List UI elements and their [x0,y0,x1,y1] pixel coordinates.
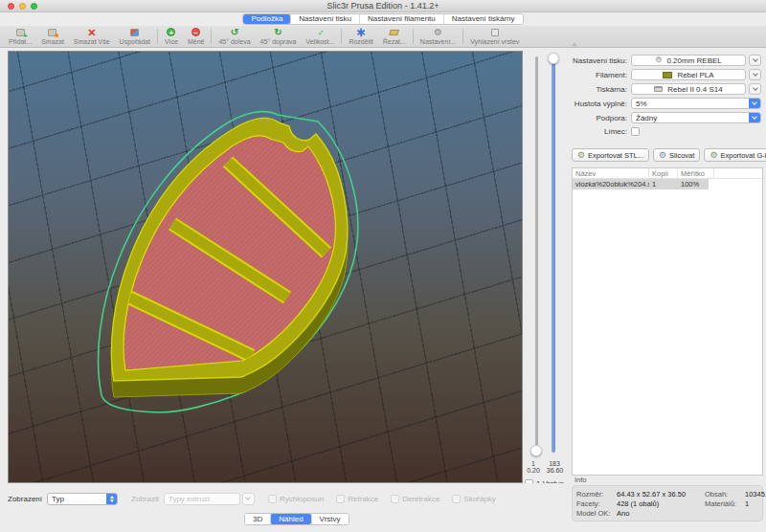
scale-button[interactable]: ↔ Velikost... [301,27,339,48]
filament-dropdown-button[interactable] [749,69,761,80]
rotate-left-icon: ↺ [231,28,238,37]
travel-checkbox[interactable] [268,495,277,503]
export-stl-icon: ⚙ [577,151,585,160]
table-row[interactable]: vlozka%20obluk%204.stl 1 100% [573,179,709,189]
unretractions-checkbox[interactable] [391,495,399,503]
facets-label: Facety: [576,499,617,508]
support-combo[interactable]: Žádný [631,112,761,123]
tab-nastaveni-tisku[interactable]: Nastavení tisku [290,14,359,24]
window-title: Slic3r Prusa Edition - 1.41.2+ [0,0,766,12]
volume-label: Obsah: [705,490,745,499]
shells-toggle[interactable]: Skořápky [452,495,495,503]
export-gcode-button[interactable]: ⚙ Exportovat G-kód... [704,148,766,162]
view-switcher: 3D Náhled Vrstvy [244,508,349,525]
model-preview[interactable] [9,52,523,483]
infill-dropdown-button[interactable] [749,98,760,109]
settings-sidebar: Nastavení tisku: ⚙ 0.20mm REBEL Filament… [567,48,766,532]
printer-icon [654,86,663,92]
plus-icon: + [167,28,175,36]
tab-nastaveni-filamentu[interactable]: Nastavení filamentu [359,14,443,24]
layer-slider-zone: 1183 0.2036.60 1 Vrstva [523,51,567,483]
tab-podlozka[interactable]: Podložka [243,14,290,24]
print-settings-field[interactable]: ⚙ 0.20mm REBEL [631,55,746,66]
retractions-toggle[interactable]: Retrakce [336,495,378,503]
size-label: Rozměr: [576,490,617,499]
print-settings-dropdown-button[interactable] [749,55,761,66]
size-value: 64.43 x 52.67 x 36.50 [617,490,705,499]
toolbar-separator [157,29,158,44]
layer-slider-min-thumb[interactable] [530,445,542,456]
app-window: Slic3r Prusa Edition - 1.41.2+ Podložka … [0,0,766,532]
brim-label: Límec: [572,127,631,136]
display-mode-select[interactable]: Typ [47,493,118,505]
infill-density-label: Hustota výplně: [572,100,631,108]
slice-icon: ⚙ [659,151,666,160]
layer-smoothing-toggle[interactable]: Vyhlazení vrstev [465,27,524,48]
layer-slider-max-thumb[interactable] [548,53,559,64]
layer-range-slider-track[interactable] [535,56,538,453]
3d-viewport[interactable] [8,51,523,483]
retractions-checkbox[interactable] [336,495,345,503]
layer-slider-track[interactable] [552,56,555,453]
shells-checkbox[interactable] [452,495,461,503]
add-object-icon [16,29,25,36]
slice-button[interactable]: ⚙ Slicovat [653,148,700,162]
z-min-value: 0.20 [523,467,544,474]
object-name-cell: vlozka%20obluk%204.stl [573,180,649,188]
minus-icon: − [192,28,200,36]
view-layers-button[interactable]: Vrstvy [311,514,349,524]
arrange-button[interactable]: Uspořádat [115,27,155,48]
toolbar-separator [413,29,414,44]
arrange-icon [130,29,139,36]
printer-dropdown-button[interactable] [749,83,761,95]
materials-label: Materiálů: [705,499,745,508]
model-ok-label: Model OK: [576,509,617,518]
filament-value: Rebel PLA [677,71,713,79]
titlebar: Slic3r Prusa Edition - 1.41.2+ [0,0,766,12]
support-dropdown-button[interactable] [749,112,760,123]
split-button[interactable]: ∗ Rozdělit [344,27,377,48]
toolbar-separator [462,29,463,44]
object-list-table[interactable]: Název Kopií Měřítko vlozka%20obluk%204.s… [572,167,763,476]
settings-button[interactable]: ⚙ Nastavení... [416,27,461,48]
gear-icon: ⚙ [655,55,662,65]
object-copies-cell: 1 [649,180,678,188]
fewer-copies-button[interactable]: − Méně [183,27,210,48]
object-table-header: Název Kopií Měřítko [573,168,762,179]
rotate-right-icon: ↻ [274,28,282,37]
display-label: Zobrazení [8,495,42,503]
delete-button[interactable]: Smazat [36,27,69,48]
cut-icon [389,30,399,35]
split-icon: ∗ [356,28,367,37]
toolbar: Přidat... Smazat ✕ Smazat Vše Uspořádat … [0,26,766,48]
gear-icon: ⚙ [434,28,442,37]
brim-checkbox[interactable] [631,127,640,136]
info-box: Rozměr: 64.43 x 52.67 x 36.50 Obsah: 103… [572,485,763,521]
rotate-left-button[interactable]: ↺ 45° doleva [214,27,255,48]
toolbar-separator [341,29,342,44]
add-button[interactable]: Přidat... [4,27,36,48]
rotate-right-button[interactable]: ↻ 45° doprava [256,27,302,48]
facets-value: 428 (1 obalů) [617,499,705,508]
infill-density-value: 5% [632,100,749,108]
export-stl-button[interactable]: ⚙ Exportovat STL... [572,148,649,162]
more-copies-button[interactable]: + Více [160,27,183,48]
printer-label: Tiskárna: [572,85,631,94]
tab-nastaveni-tiskarny[interactable]: Nastavení tiskárny [443,14,523,24]
print-settings-label: Nastavení tisku: [572,56,631,65]
delete-all-button[interactable]: ✕ Smazat Vše [69,27,115,48]
view-3d-button[interactable]: 3D [245,514,270,524]
view-preview-button[interactable]: Náhled [270,514,310,524]
extrusion-type-combo[interactable]: Typy extruzí [164,493,240,505]
travel-toggle[interactable]: Rychloposun [268,495,324,503]
filament-label: Filament: [572,71,631,79]
filament-field[interactable]: Rebel PLA [631,69,746,80]
extrusion-type-dropdown-button[interactable] [242,493,255,505]
delete-all-icon: ✕ [87,28,96,37]
printer-field[interactable]: Rebel II 0.4 S14 [631,83,746,95]
extrusion-type-placeholder: Typy extruzí [165,495,239,503]
infill-density-combo[interactable]: 5% [631,98,761,109]
unretractions-toggle[interactable]: Deretrakce [391,495,439,503]
cut-button[interactable]: Řezat... [378,27,411,48]
scale-icon: ↔ [314,26,327,38]
